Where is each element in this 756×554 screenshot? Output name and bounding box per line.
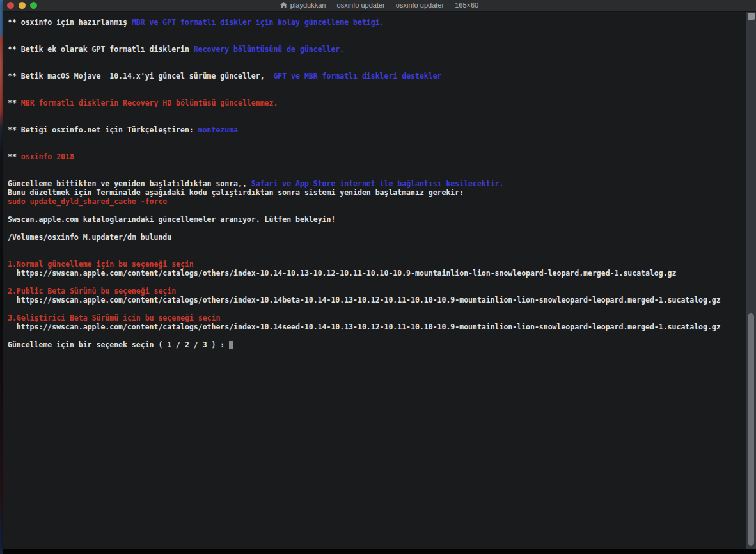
minimize-button[interactable] <box>19 2 26 9</box>
terminal-row <box>8 242 746 251</box>
terminal-text-segment: MBR formatlı disklerin Recovery HD bölün… <box>21 99 278 107</box>
terminal-row <box>8 36 746 45</box>
terminal-row <box>8 305 746 313</box>
terminal-row: Güncelleme bittikten ve yeniden başlatıl… <box>8 179 746 188</box>
terminal-row: sudo update_dyld_shared_cache -force <box>8 197 746 206</box>
terminal-row: https://swscan.apple.com/content/catalog… <box>8 269 746 278</box>
scrollbar-track[interactable] <box>746 12 756 549</box>
title-bar[interactable]: playdukkan — osxinfo updater — osxinfo u… <box>3 0 756 12</box>
scrollbar-thumb[interactable] <box>748 313 754 546</box>
split-pane-icon[interactable] <box>748 13 755 20</box>
terminal-row <box>8 134 746 143</box>
close-button[interactable] <box>7 2 14 9</box>
terminal-text-segment: ** <box>8 152 21 161</box>
terminal-text-segment: Safari ve App Store internet ile bağlant… <box>251 179 504 188</box>
terminal-text-segment: https://swscan.apple.com/content/catalog… <box>8 322 721 331</box>
terminal-text-segment: https://swscan.apple.com/content/catalog… <box>8 269 676 278</box>
terminal-row: Bunu düzeltmek için Terminalde aşağıdaki… <box>8 188 746 197</box>
terminal-window: playdukkan — osxinfo updater — osxinfo u… <box>3 0 756 549</box>
terminal-row <box>8 161 746 170</box>
window-controls <box>7 2 37 9</box>
terminal-row: 2.Public Beta Sürümü bu seçeneği seçin <box>8 287 746 296</box>
terminal-text-segment: montezuma <box>198 125 238 134</box>
terminal-row <box>8 116 746 125</box>
terminal-text-segment: 2.Public Beta Sürümü bu seçeneği seçin <box>8 287 176 296</box>
terminal-row <box>8 331 746 340</box>
terminal-text-segment: sudo update_dyld_shared_cache -force <box>8 197 167 206</box>
terminal-row: 3.Geliştirici Beta Sürümü için bu seçene… <box>8 313 746 322</box>
terminal-row: https://swscan.apple.com/content/catalog… <box>8 322 746 331</box>
terminal-text-segment: Swscan.apple.com kataloglarındaki güncel… <box>8 215 335 224</box>
terminal-text-segment: Güncelleme bittikten ve yeniden başlatıl… <box>8 179 251 188</box>
window-title-text: playdukkan — osxinfo updater — osxinfo u… <box>290 1 478 9</box>
terminal-row: ** osxinfo için hazırlanmış MBR ve GPT f… <box>8 18 746 27</box>
home-icon <box>280 1 287 11</box>
terminal-row <box>8 107 746 116</box>
terminal-text-segment: ** <box>8 99 21 107</box>
terminal-row: ** Betik macOS Mojave 10.14.x'yi güncel … <box>8 72 746 81</box>
terminal-text-segment: 1.Normal güncelleme için bu seçeneği seç… <box>8 260 194 269</box>
terminal-text-segment: ** Betik macOS Mojave 10.14.x'yi güncel … <box>8 72 273 81</box>
terminal-text-segment: GPT ve MBR formatlı diskleri destekler <box>273 72 441 81</box>
terminal-row: ** Betiği osxinfo.net için Türkçeleştire… <box>8 125 746 134</box>
terminal-row <box>8 54 746 63</box>
zoom-button[interactable] <box>30 2 37 9</box>
terminal-text-segment: ** Betiği osxinfo.net için Türkçeleştire… <box>8 125 198 134</box>
terminal-text-segment: Güncelleme için bir seçenek seçin ( 1 / … <box>8 340 229 349</box>
terminal-row: Güncelleme için bir seçenek seçin ( 1 / … <box>8 340 746 349</box>
terminal-row <box>8 206 746 215</box>
terminal-text-segment: Bunu düzeltmek için Terminalde aşağıdaki… <box>8 188 464 197</box>
terminal-row <box>8 224 746 233</box>
terminal-row <box>8 170 746 179</box>
terminal-row <box>8 63 746 72</box>
terminal-text-segment: ** osxinfo için hazırlanmış <box>8 18 132 27</box>
terminal-row <box>8 27 746 36</box>
terminal-row: ** MBR formatlı disklerin Recovery HD bö… <box>8 99 746 107</box>
terminal-row <box>8 81 746 90</box>
terminal-row: ** osxinfo 2018 <box>8 152 746 161</box>
terminal-row <box>8 90 746 99</box>
terminal-text-segment: MBR ve GPT formatlı diskler için kolay g… <box>132 18 384 27</box>
terminal-output[interactable]: ** osxinfo için hazırlanmış MBR ve GPT f… <box>3 12 746 549</box>
terminal-row: ** Betik ek olarak GPT formatlı diskleri… <box>8 45 746 54</box>
terminal-text-segment: Recovery bölüntüsünü de günceller. <box>194 45 344 54</box>
terminal-row <box>8 143 746 152</box>
terminal-text-segment: osxinfo 2018 <box>21 152 74 161</box>
terminal-row: /Volumes/osxinfo M.updater/dm bulundu <box>8 233 746 242</box>
terminal-row: Swscan.apple.com kataloglarındaki güncel… <box>8 215 746 224</box>
window-title: playdukkan — osxinfo updater — osxinfo u… <box>41 0 718 11</box>
terminal-text-segment: https://swscan.apple.com/content/catalog… <box>8 296 721 305</box>
terminal-text-segment: /Volumes/osxinfo M.updater/dm bulundu <box>8 233 171 242</box>
terminal-cursor <box>229 341 233 349</box>
terminal-row <box>8 278 746 287</box>
terminal-text-segment: ** Betik ek olarak GPT formatlı diskleri… <box>8 45 194 54</box>
terminal-text-segment: 3.Geliştirici Beta Sürümü için bu seçene… <box>8 313 220 322</box>
terminal-row: 1.Normal güncelleme için bu seçeneği seç… <box>8 260 746 269</box>
terminal-row: https://swscan.apple.com/content/catalog… <box>8 296 746 305</box>
terminal-row <box>8 251 746 260</box>
